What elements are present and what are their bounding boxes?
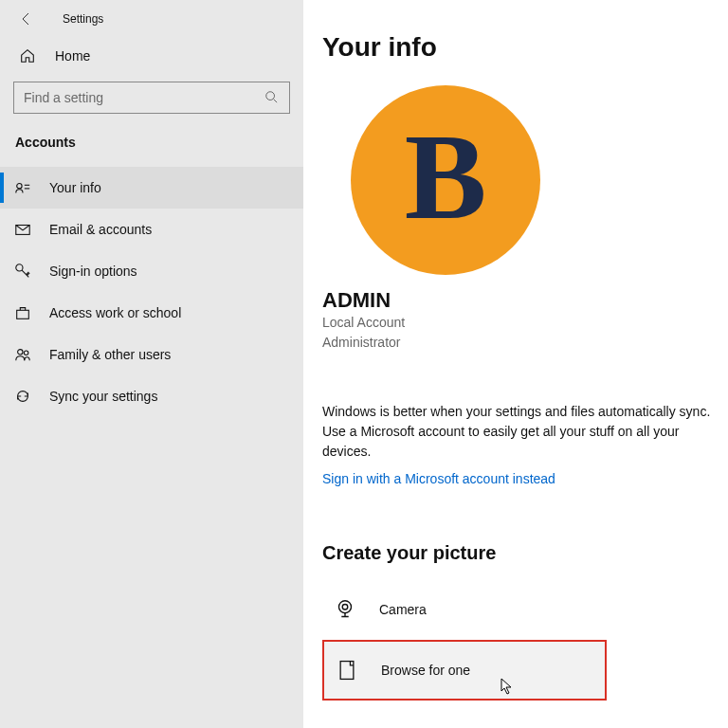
avatar: B <box>351 85 540 275</box>
window-title: Settings <box>63 12 103 26</box>
svg-point-9 <box>24 351 28 355</box>
sidebar-item-family-users[interactable]: Family & other users <box>0 334 303 375</box>
sidebar-item-email-accounts[interactable]: Email & accounts <box>0 209 303 250</box>
home-label: Home <box>55 48 90 64</box>
nav-label: Sync your settings <box>49 389 157 404</box>
account-role: Administrator <box>322 333 728 353</box>
main-content: Your info B ADMIN Local Account Administ… <box>303 0 728 728</box>
home-nav[interactable]: Home <box>0 36 303 76</box>
briefcase-icon <box>13 303 32 322</box>
home-icon <box>19 47 36 64</box>
nav-label: Family & other users <box>49 347 171 362</box>
svg-rect-7 <box>17 310 29 318</box>
search-input[interactable] <box>13 82 290 114</box>
nav-label: Email & accounts <box>49 222 152 237</box>
file-icon <box>334 657 360 683</box>
sidebar-item-signin-options[interactable]: Sign-in options <box>0 250 303 292</box>
sidebar-item-your-info[interactable]: Your info <box>0 167 303 209</box>
sidebar-item-sync-settings[interactable]: Sync your settings <box>0 375 303 417</box>
cursor-icon <box>500 678 514 695</box>
avatar-letter: B <box>405 105 487 247</box>
back-arrow-icon[interactable] <box>19 11 34 27</box>
username: ADMIN <box>322 288 728 313</box>
svg-rect-12 <box>340 662 354 680</box>
key-icon <box>13 262 32 281</box>
mail-icon <box>13 220 32 239</box>
browse-option[interactable]: Browse for one <box>322 640 607 701</box>
sync-icon <box>13 387 32 406</box>
svg-point-6 <box>16 264 23 271</box>
svg-line-1 <box>274 100 278 103</box>
search-icon <box>264 90 280 105</box>
people-icon <box>13 345 32 364</box>
sidebar-item-access-work[interactable]: Access work or school <box>0 292 303 334</box>
camera-label: Camera <box>379 602 427 617</box>
signin-microsoft-link[interactable]: Sign in with a Microsoft account instead <box>322 471 555 486</box>
svg-point-0 <box>266 92 275 100</box>
camera-icon <box>332 596 358 623</box>
sidebar: Settings Home Accounts Your info Email &… <box>0 0 303 728</box>
search-field[interactable] <box>24 90 264 105</box>
section-heading: Create your picture <box>322 542 728 564</box>
nav-label: Your info <box>49 180 101 195</box>
account-type: Local Account <box>322 313 728 333</box>
sync-description: Windows is better when your settings and… <box>322 402 728 462</box>
svg-point-11 <box>342 604 348 610</box>
page-title: Your info <box>322 32 728 63</box>
browse-label: Browse for one <box>381 663 470 678</box>
nav-label: Access work or school <box>49 305 181 320</box>
svg-point-8 <box>18 350 23 355</box>
svg-point-2 <box>17 184 22 189</box>
category-label: Accounts <box>0 127 303 167</box>
svg-point-10 <box>339 601 352 613</box>
camera-option[interactable]: Camera <box>322 585 728 634</box>
person-card-icon <box>13 178 32 197</box>
nav-label: Sign-in options <box>49 264 137 279</box>
